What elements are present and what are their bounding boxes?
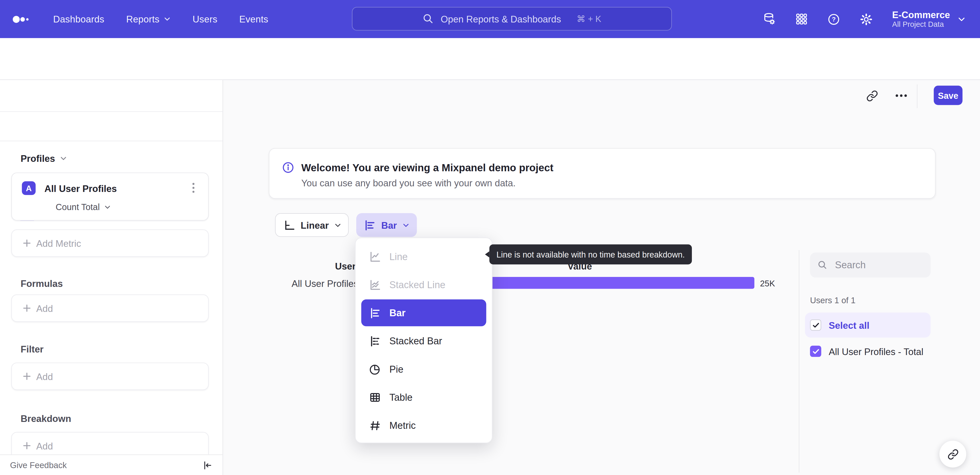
chart-type-selector[interactable]: Bar: [356, 213, 417, 237]
tooltip-arrow: [485, 251, 489, 257]
settings-gear-icon[interactable]: [859, 12, 873, 26]
divider: [0, 111, 223, 112]
metric-kebab-icon[interactable]: [192, 182, 195, 193]
line-chart-icon: [369, 250, 381, 263]
nav-reports[interactable]: Reports: [126, 14, 170, 24]
nav-users[interactable]: Users: [192, 14, 218, 24]
metric-letter-badge: A: [22, 181, 36, 195]
menu-item-stacked-line[interactable]: Stacked Line: [355, 271, 492, 299]
nav-dashboards[interactable]: Dashboards: [53, 14, 104, 24]
copy-link-icon[interactable]: [866, 90, 878, 102]
chevron-down-icon: [60, 156, 67, 161]
collapse-sidebar-icon[interactable]: [202, 460, 213, 470]
stacked-bar-chart-icon: [369, 335, 381, 347]
select-all-checkbox[interactable]: [810, 319, 821, 330]
menu-item-stacked-bar[interactable]: Stacked Bar: [355, 327, 492, 355]
pie-chart-icon: [369, 363, 381, 375]
search-placeholder: Open Reports & Dashboards: [441, 14, 561, 24]
formulas-section-header: Formulas: [21, 278, 63, 289]
data-management-icon[interactable]: [762, 12, 776, 26]
plus-icon: [23, 373, 30, 380]
menu-item-line[interactable]: Line: [355, 242, 492, 271]
select-all-row[interactable]: Select all: [805, 312, 931, 338]
add-metric-card[interactable]: Add Metric: [11, 230, 209, 257]
menu-item-table[interactable]: Table: [355, 383, 492, 411]
save-button[interactable]: Save: [934, 86, 963, 105]
scale-selector[interactable]: Linear: [275, 213, 349, 237]
stacked-line-chart-icon: [369, 279, 381, 291]
add-filter-card[interactable]: Add: [11, 362, 209, 390]
header-divider: [917, 84, 918, 108]
info-icon: [282, 161, 294, 174]
chevron-down-icon: [402, 223, 409, 227]
top-navbar: Dashboards Reports Users Events Open Rep…: [0, 0, 980, 38]
chevron-down-icon: [334, 223, 341, 227]
legend-search-input[interactable]: [834, 259, 918, 271]
divider: [0, 141, 223, 141]
chevron-down-icon: [958, 17, 966, 22]
legend-item-row[interactable]: All User Profiles - Total: [805, 339, 931, 364]
navbar-right: ? E-Commerce All Project Data: [762, 0, 966, 38]
mixpanel-logo-icon[interactable]: [13, 12, 31, 26]
give-feedback-link[interactable]: Give Feedback: [10, 461, 67, 470]
chevron-down-icon: [164, 17, 171, 21]
svg-text:?: ?: [832, 16, 836, 22]
help-icon[interactable]: ?: [827, 12, 841, 26]
aggregation-dropdown[interactable]: Count Total: [56, 202, 110, 212]
global-search[interactable]: Open Reports & Dashboards ⌘ + K: [352, 7, 672, 30]
search-shortcut: ⌘ + K: [577, 14, 601, 24]
demo-banner: Welcome! You are viewing a Mixpanel demo…: [269, 148, 935, 199]
legend-count-label: Users 1 of 1: [810, 296, 856, 305]
banner-title: Welcome! You are viewing a Mixpanel demo…: [301, 162, 553, 174]
add-formula-card[interactable]: Add: [11, 294, 209, 322]
floating-copy-link-button[interactable]: [939, 441, 966, 468]
link-icon: [947, 448, 958, 460]
chart-type-menu: Line Stacked Line Bar Stacked Bar Pie Ta…: [355, 238, 493, 443]
metric-card[interactable]: A All User Profiles Count Total: [11, 172, 209, 221]
project-scope: All Project Data: [892, 20, 950, 29]
plus-icon: [23, 442, 30, 449]
search-icon: [423, 13, 434, 24]
apps-grid-icon[interactable]: [795, 13, 808, 26]
metric-hash-icon: [369, 419, 381, 432]
banner-subtitle: You can use any board you see with your …: [301, 178, 515, 188]
panel-divider: [799, 250, 799, 473]
filter-section-header: Filter: [21, 344, 44, 354]
search-icon: [818, 260, 827, 270]
project-name: E-Commerce: [892, 9, 950, 20]
metric-name[interactable]: All User Profiles: [45, 183, 117, 194]
line-disabled-tooltip: Line is not available with no time based…: [490, 244, 692, 265]
query-builder-sidebar: Analyze Uniques by User: [0, 80, 223, 475]
mixpanel-app: Dashboards Reports Users Events Open Rep…: [0, 0, 980, 475]
more-options-icon[interactable]: [895, 94, 907, 97]
bar-chart-icon: [364, 219, 375, 231]
plus-icon: [23, 304, 30, 312]
axis-icon: [283, 219, 295, 231]
menu-item-bar[interactable]: Bar: [361, 300, 487, 326]
menu-item-pie[interactable]: Pie: [355, 355, 492, 383]
report-header: Untitled + Add description... Save: [0, 38, 980, 80]
legend-item-checkbox[interactable]: [810, 346, 821, 357]
project-switcher[interactable]: E-Commerce All Project Data: [892, 9, 966, 29]
profiles-section-header[interactable]: Profiles: [21, 153, 67, 164]
legend-search[interactable]: [810, 252, 931, 277]
bar-chart-icon: [369, 306, 381, 319]
chevron-down-icon: [104, 205, 110, 209]
sidebar-footer: Give Feedback: [0, 454, 223, 475]
navbar-left: Dashboards Reports Users Events: [13, 0, 268, 38]
nav-events[interactable]: Events: [239, 14, 268, 24]
plus-icon: [23, 239, 30, 247]
table-icon: [369, 391, 381, 403]
breakdown-section-header: Breakdown: [21, 413, 71, 424]
chart-bar-value: 25K: [760, 279, 775, 288]
menu-item-metric[interactable]: Metric: [355, 411, 492, 439]
